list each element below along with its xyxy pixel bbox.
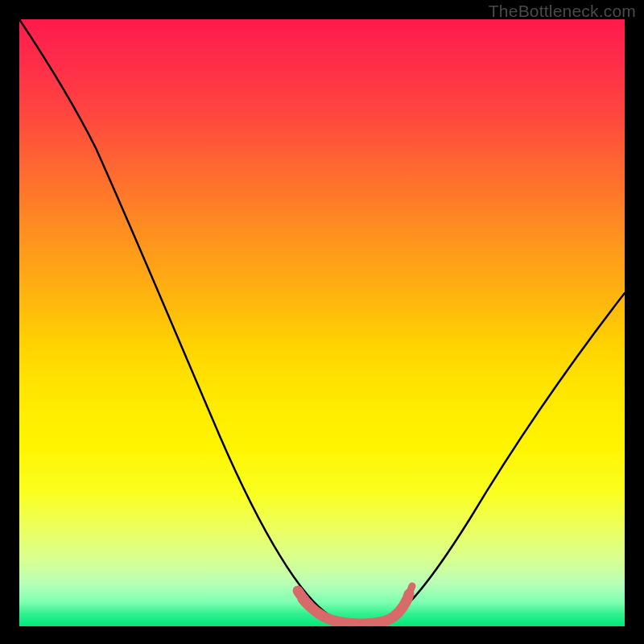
watermark-text: TheBottleneck.com <box>489 2 636 21</box>
curve-flat-region-tail <box>409 586 412 594</box>
plot-area <box>19 19 625 626</box>
curve-flat-region <box>303 594 409 624</box>
curve-main <box>19 19 625 622</box>
bottleneck-curve-svg <box>19 19 625 626</box>
chart-outer-frame: TheBottleneck.com <box>0 0 644 644</box>
